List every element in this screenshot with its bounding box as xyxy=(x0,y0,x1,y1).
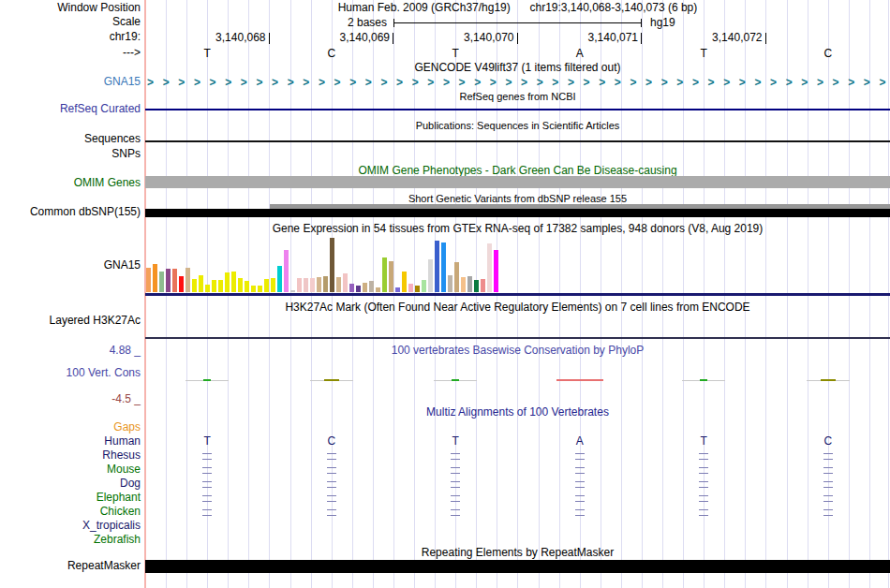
gtex-expression-bar[interactable] xyxy=(212,280,216,292)
gtex-expression-bar[interactable] xyxy=(172,269,177,292)
gtex-expression-bar[interactable] xyxy=(422,280,426,292)
gtex-expression-bar[interactable] xyxy=(304,278,308,292)
track-label-gna15-gtex[interactable]: GNA15 xyxy=(0,259,141,272)
gtex-expression-bar[interactable] xyxy=(454,262,459,292)
genome-browser-image[interactable]: Window Position Human Feb. 2009 (GRCh37/… xyxy=(0,0,890,588)
gencode-transcript-arrows[interactable]: >>>>>>>>>>>>>>>>>>>>>>>>>>>>>>>>>>>>>>>>… xyxy=(147,76,886,89)
gtex-expression-bar[interactable] xyxy=(297,278,302,292)
repeatmasker-bar[interactable] xyxy=(145,560,890,573)
coordinate-tick xyxy=(269,33,270,44)
alignment-match-mark xyxy=(327,453,336,460)
track-label-omim-genes[interactable]: OMIM Genes xyxy=(0,177,141,189)
gtex-expression-bar[interactable] xyxy=(192,279,197,292)
track-label-gna15-gencode[interactable]: GNA15 xyxy=(0,76,141,88)
alignment-base-letter: A xyxy=(572,434,587,448)
gtex-expression-bar[interactable] xyxy=(225,272,230,292)
species-label-x_tropicalis[interactable]: X_tropicalis xyxy=(0,519,141,532)
gtex-expression-bar[interactable] xyxy=(290,290,295,292)
gtex-expression-bar[interactable] xyxy=(395,287,400,292)
gtex-expression-bar[interactable] xyxy=(461,277,466,292)
gtex-expression-bar[interactable] xyxy=(363,283,367,292)
right-arrow-icon: > xyxy=(505,76,512,89)
right-arrow-icon: > xyxy=(754,76,761,89)
gtex-expression-bar[interactable] xyxy=(487,243,492,292)
gtex-expression-bar[interactable] xyxy=(258,286,262,292)
right-arrow-icon: > xyxy=(833,76,839,89)
species-label-elephant[interactable]: Elephant xyxy=(0,491,141,504)
gtex-expression-bar[interactable] xyxy=(448,275,452,292)
alignment-match-mark xyxy=(202,495,212,502)
track-label-common-dbsnp[interactable]: Common dbSNP(155) xyxy=(0,206,141,218)
species-label-chicken[interactable]: Chicken xyxy=(0,505,141,518)
gtex-expression-bar[interactable] xyxy=(185,268,190,292)
gtex-expression-bar[interactable] xyxy=(467,276,472,292)
gtex-expression-bar[interactable] xyxy=(369,281,374,292)
gtex-expression-bar[interactable] xyxy=(218,280,223,292)
track-label-refseq-curated[interactable]: RefSeq Curated xyxy=(0,103,141,115)
gtex-expression-bar[interactable] xyxy=(330,238,334,292)
species-label-mouse[interactable]: Mouse xyxy=(0,463,141,476)
track-label-snps[interactable]: SNPs xyxy=(0,148,141,160)
track-label-100-vert-cons[interactable]: 100 Vert. Cons xyxy=(0,367,141,379)
gtex-expression-bar[interactable] xyxy=(402,272,407,292)
gtex-expression-bar[interactable] xyxy=(435,241,439,292)
dbsnp-variant-bar[interactable] xyxy=(145,209,890,217)
gtex-expression-bar[interactable] xyxy=(179,276,184,292)
gtex-expression-bar[interactable] xyxy=(284,250,289,292)
right-arrow-icon: > xyxy=(459,76,466,89)
gencode-track-title: GENCODE V49lift37 (1 items filtered out) xyxy=(145,62,890,74)
gtex-expression-bar[interactable] xyxy=(389,261,393,292)
alignment-match-mark xyxy=(823,453,833,460)
track-label-repeatmasker[interactable]: RepeatMasker xyxy=(0,560,141,572)
species-label-rhesus[interactable]: Rhesus xyxy=(0,448,141,462)
conservation-mark xyxy=(700,379,707,381)
right-arrow-icon: > xyxy=(879,76,885,89)
gtex-expression-bar[interactable] xyxy=(271,278,275,292)
gtex-expression-bar[interactable] xyxy=(238,278,243,292)
right-arrow-icon: > xyxy=(474,76,481,89)
gtex-expression-bar[interactable] xyxy=(231,272,236,292)
gtex-expression-bar[interactable] xyxy=(356,286,361,292)
species-label-human[interactable]: Human xyxy=(0,434,141,448)
gtex-expression-bar[interactable] xyxy=(277,266,282,292)
track-label-sequences[interactable]: Sequences xyxy=(0,133,141,145)
gtex-expression-bar[interactable] xyxy=(264,279,269,292)
gtex-expression-bar[interactable] xyxy=(481,279,485,292)
gtex-expression-bar[interactable] xyxy=(323,276,328,292)
gtex-expression-bar[interactable] xyxy=(153,264,157,292)
gtex-expression-bar[interactable] xyxy=(376,287,380,292)
species-label-zebrafish[interactable]: Zebrafish xyxy=(0,533,141,546)
gtex-expression-bar[interactable] xyxy=(349,284,354,292)
gtex-expression-bar[interactable] xyxy=(428,259,433,292)
track-label-layered-h3k27ac[interactable]: Layered H3K27Ac xyxy=(0,315,141,327)
scale-value: 2 bases xyxy=(284,16,387,29)
gtex-expression-bar[interactable] xyxy=(205,285,210,292)
species-label-dog[interactable]: Dog xyxy=(0,477,141,490)
gtex-expression-bar[interactable] xyxy=(251,286,256,292)
gtex-expression-bar[interactable] xyxy=(343,273,348,292)
gtex-expression-bar[interactable] xyxy=(441,243,446,292)
refseq-gene-line[interactable] xyxy=(145,109,890,110)
right-arrow-icon: > xyxy=(708,76,715,89)
alignment-match-mark xyxy=(327,495,336,502)
right-arrow-icon: > xyxy=(723,76,730,89)
omim-gene-bar[interactable] xyxy=(145,176,890,188)
species-label-gaps[interactable]: Gaps xyxy=(0,420,141,434)
gtex-expression-bar[interactable] xyxy=(199,275,203,292)
alignment-base-letter: T xyxy=(200,434,215,448)
gtex-expression-bar[interactable] xyxy=(494,250,498,292)
gtex-expression-bar[interactable] xyxy=(245,281,249,292)
gtex-expression-bar[interactable] xyxy=(310,278,315,292)
publications-item-line[interactable] xyxy=(145,140,890,142)
gtex-expression-bar[interactable] xyxy=(146,268,151,292)
gtex-expression-bar[interactable] xyxy=(166,269,171,292)
gtex-expression-bar[interactable] xyxy=(336,277,341,292)
gtex-expression-bar[interactable] xyxy=(317,277,321,292)
gtex-expression-bar[interactable] xyxy=(159,272,164,292)
gtex-expression-bar[interactable] xyxy=(382,257,387,292)
gtex-expression-bar[interactable] xyxy=(474,280,479,292)
gtex-expression-bar[interactable] xyxy=(415,286,420,292)
conservation-mark xyxy=(556,379,603,381)
gtex-expression-bar[interactable] xyxy=(408,284,413,292)
right-arrow-icon: > xyxy=(380,76,387,89)
